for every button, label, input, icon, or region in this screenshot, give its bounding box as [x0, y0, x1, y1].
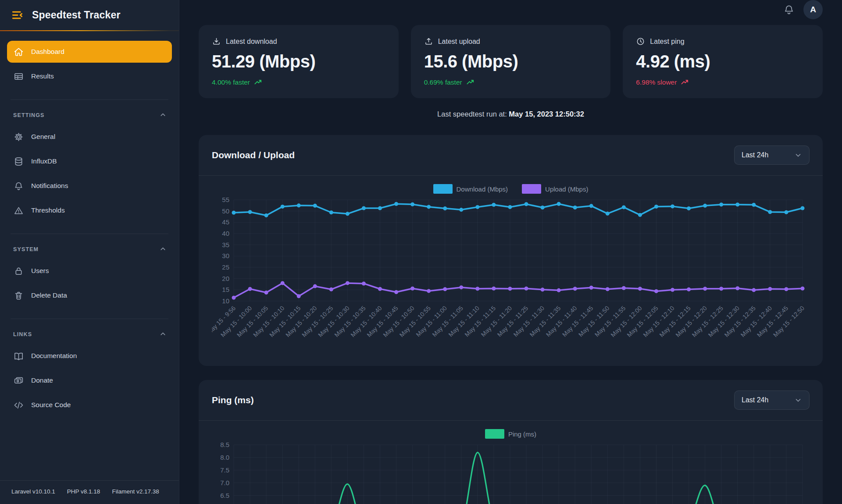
sidebar-collapse-icon	[11, 9, 23, 21]
app-title: Speedtest Tracker	[32, 9, 121, 21]
sidebar-item-label: Thresholds	[31, 206, 65, 214]
svg-text:15: 15	[222, 286, 229, 293]
notifications-bell-button[interactable]	[783, 4, 795, 15]
sidebar-item-notifications[interactable]: Notifications	[7, 175, 172, 197]
download-upload-panel: Download / Upload Last 24h Download (Mbp…	[199, 135, 823, 366]
svg-text:30: 30	[222, 252, 229, 259]
sidebar-item-label: Notifications	[31, 182, 68, 190]
laravel-version: Laravel v10.10.1	[11, 488, 55, 495]
sidebar-section-settings[interactable]: SETTINGS	[13, 111, 167, 119]
sidebar-item-donate[interactable]: Donate	[7, 369, 172, 391]
sidebar-collapse-button[interactable]	[11, 9, 23, 21]
sidebar: Speedtest Tracker Dashboard Results SETT…	[0, 0, 179, 504]
sidebar-item-results[interactable]: Results	[7, 65, 172, 87]
chart-legend: Download (Mbps)Upload (Mbps)	[212, 184, 810, 194]
home-icon	[14, 47, 24, 57]
sidebar-section-links[interactable]: LINKS	[13, 330, 167, 338]
bell-icon	[783, 4, 795, 15]
svg-text:8.5: 8.5	[220, 441, 229, 448]
cash-icon	[14, 376, 24, 386]
svg-text:40: 40	[222, 230, 229, 237]
main-area: A Latest download 51.29 (Mbps) 4.00% fas…	[179, 0, 842, 504]
user-avatar-button[interactable]: A	[803, 0, 823, 19]
stat-value: 15.6 (Mbps)	[424, 52, 598, 71]
sidebar-item-general[interactable]: General	[7, 126, 172, 148]
sidebar-item-users[interactable]: Users	[7, 260, 172, 282]
download-upload-chart[interactable]: 55504540353025201510May 15 - 9:56May 15 …	[212, 195, 810, 362]
sidebar-item-label: Users	[31, 267, 49, 275]
sidebar-item-label: Donate	[31, 376, 53, 384]
sidebar-item-label: General	[31, 133, 55, 141]
sidebar-item-documentation[interactable]: Documentation	[7, 345, 172, 367]
sidebar-item-dashboard[interactable]: Dashboard	[7, 41, 172, 63]
sidebar-footer: Laravel v10.10.1 PHP v8.1.18 Filament v2…	[0, 480, 179, 504]
latest-upload-card: Latest upload 15.6 (Mbps) 0.69% faster	[411, 25, 611, 98]
ping-chart[interactable]: 8.58.07.57.06.56.05.55.04.5May 15 - 9:56…	[212, 440, 810, 504]
latest-ping-card: Latest ping 4.92 (ms) 6.98% slower	[623, 25, 823, 98]
svg-text:8.0: 8.0	[220, 454, 229, 461]
range-select[interactable]: Last 24h	[734, 390, 810, 410]
database-icon	[14, 156, 24, 167]
range-select-value: Last 24h	[742, 151, 768, 159]
chevron-down-icon	[794, 396, 802, 404]
legend-item[interactable]: Download (Mbps)	[433, 184, 508, 194]
lock-icon	[14, 266, 24, 276]
stat-delta-text: 0.69% faster	[424, 78, 462, 86]
download-tray-icon	[212, 37, 221, 46]
trend-up-icon	[466, 78, 475, 86]
stat-delta: 4.00% faster	[212, 78, 385, 86]
svg-text:7.0: 7.0	[220, 479, 229, 486]
stats-row: Latest download 51.29 (Mbps) 4.00% faste…	[199, 25, 823, 98]
svg-text:20: 20	[222, 275, 229, 282]
sidebar-item-source-code[interactable]: Source Code	[7, 394, 172, 416]
sidebar-nav: Dashboard Results SETTINGS General	[0, 31, 179, 480]
trend-up-icon	[681, 78, 689, 86]
sidebar-item-label: Source Code	[31, 401, 71, 409]
sidebar-divider	[11, 99, 168, 100]
sidebar-section-label: SYSTEM	[13, 246, 39, 252]
chevron-up-icon	[159, 111, 167, 119]
sidebar-item-label: Delete Data	[31, 291, 67, 299]
svg-text:7.5: 7.5	[220, 466, 229, 474]
table-icon	[14, 71, 24, 82]
sidebar-item-label: InfluxDB	[31, 157, 57, 165]
topbar: A	[179, 0, 842, 19]
svg-text:10: 10	[222, 297, 229, 305]
stat-label: Latest download	[226, 38, 277, 46]
trash-icon	[14, 291, 24, 301]
dashboard-content: Latest download 51.29 (Mbps) 4.00% faste…	[179, 19, 842, 504]
svg-text:35: 35	[222, 241, 229, 248]
warning-triangle-icon	[14, 206, 24, 216]
php-version: PHP v8.1.18	[67, 488, 100, 495]
svg-text:50: 50	[222, 207, 229, 215]
legend-item[interactable]: Ping (ms)	[485, 429, 536, 439]
ping-panel: Ping (ms) Last 24h Ping (ms) 8.58.07.57.…	[199, 380, 823, 504]
sidebar-item-delete-data[interactable]: Delete Data	[7, 284, 172, 306]
legend-item[interactable]: Upload (Mbps)	[522, 184, 588, 194]
stat-delta-text: 4.00% faster	[212, 78, 250, 86]
last-run-datetime: May 15, 2023 12:50:32	[509, 110, 584, 118]
sidebar-section-label: LINKS	[13, 331, 32, 337]
svg-text:6.5: 6.5	[220, 492, 229, 499]
sidebar-item-influxdb[interactable]: InfluxDB	[7, 150, 172, 172]
sidebar-item-label: Documentation	[31, 352, 77, 360]
sidebar-item-thresholds[interactable]: Thresholds	[7, 199, 172, 221]
code-icon	[14, 400, 24, 410]
svg-text:45: 45	[222, 218, 229, 226]
last-run-line: Last speedtest run at: May 15, 2023 12:5…	[199, 110, 823, 118]
sidebar-brand: Speedtest Tracker	[0, 0, 179, 30]
stat-label: Latest upload	[438, 38, 480, 46]
sidebar-section-label: SETTINGS	[13, 112, 45, 118]
sidebar-section-system[interactable]: SYSTEM	[13, 245, 167, 253]
chart-legend: Ping (ms)	[212, 429, 810, 439]
upload-tray-icon	[424, 37, 433, 46]
sidebar-divider	[11, 234, 168, 234]
chevron-down-icon	[794, 151, 802, 159]
range-select[interactable]: Last 24h	[734, 146, 810, 165]
gear-icon	[14, 132, 24, 142]
stat-value: 51.29 (Mbps)	[212, 52, 385, 71]
filament-version: Filament v2.17.38	[112, 488, 159, 495]
chevron-up-icon	[159, 245, 167, 253]
bell-icon	[14, 181, 24, 191]
svg-text:55: 55	[222, 196, 229, 203]
